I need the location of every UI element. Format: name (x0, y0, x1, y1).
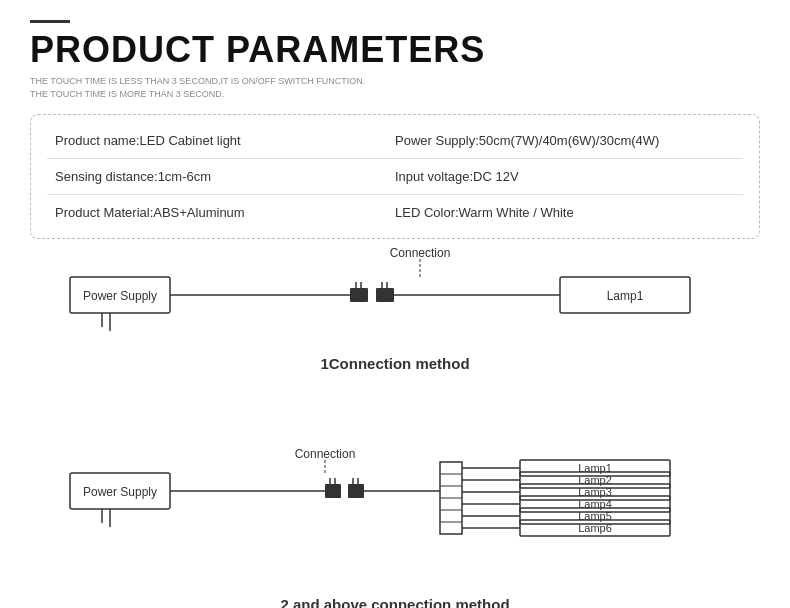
svg-text:Lamp6: Lamp6 (578, 522, 612, 534)
diagram1-container: Connection Power Supply Lamp1 (30, 239, 760, 372)
diagram2-label: 2 and above connection method (30, 596, 760, 608)
connection-label-2: Connection (295, 447, 356, 461)
params-row-2: Sensing distance:1cm-6cm Input voltage:D… (47, 159, 743, 195)
svg-rect-21 (325, 484, 341, 498)
page-title: PRODUCT PARAMETERS (30, 29, 760, 71)
svg-rect-5 (350, 288, 368, 302)
params-cell-voltage: Input voltage:DC 12V (395, 169, 735, 184)
diagram2-svg: Connection Power Supply (30, 380, 760, 590)
svg-text:Lamp1: Lamp1 (607, 289, 644, 303)
diagram2-container: Connection Power Supply (30, 380, 760, 608)
svg-rect-24 (348, 484, 364, 498)
subtitle: THE TOUCH TIME IS LESS THAN 3 SECOND,IT … (30, 75, 760, 100)
params-row-1: Product name:LED Cabinet light Power Sup… (47, 123, 743, 159)
diagram1-svg: Connection Power Supply Lamp1 (30, 239, 760, 349)
params-cell-material: Product Material:ABS+Aluminum (55, 205, 395, 220)
svg-text:Power Supply: Power Supply (83, 289, 157, 303)
svg-rect-8 (376, 288, 394, 302)
params-box: Product name:LED Cabinet light Power Sup… (30, 114, 760, 239)
header-accent-line (30, 20, 70, 23)
params-cell-sensing: Sensing distance:1cm-6cm (55, 169, 395, 184)
connection-label-1: Connection (390, 246, 451, 260)
params-row-3: Product Material:ABS+Aluminum LED Color:… (47, 195, 743, 230)
svg-text:Power Supply: Power Supply (83, 485, 157, 499)
params-cell-power: Power Supply:50cm(7W)/40m(6W)/30cm(4W) (395, 133, 735, 148)
params-cell-color: LED Color:Warm White / White (395, 205, 735, 220)
params-cell-name: Product name:LED Cabinet light (55, 133, 395, 148)
diagram1-label: 1Connection method (30, 355, 760, 372)
